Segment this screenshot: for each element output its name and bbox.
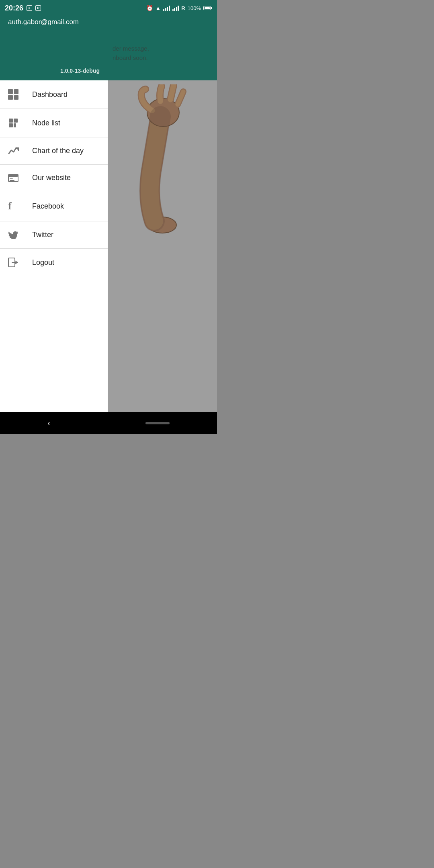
logout-icon bbox=[8, 258, 24, 267]
nav-item-twitter[interactable]: Twitter bbox=[0, 221, 108, 248]
dashboard-icon bbox=[8, 89, 24, 100]
svg-rect-4 bbox=[14, 119, 18, 123]
svg-rect-5 bbox=[14, 123, 16, 127]
status-bar: 20:26 ≡ P ⏰ ▲ R 100% bbox=[0, 0, 217, 16]
drawer-email: auth.gabor@gmail.com bbox=[8, 18, 100, 26]
notification-icon: ≡ bbox=[27, 5, 32, 11]
nav-item-node-list[interactable]: Node list bbox=[0, 109, 108, 137]
bottom-bar: ‹ bbox=[0, 412, 217, 434]
svg-rect-8 bbox=[10, 178, 13, 179]
drawer-version: 1.0.0-13-debug bbox=[8, 68, 100, 74]
alarm-icon: ⏰ bbox=[146, 5, 153, 11]
cartoon-area bbox=[108, 80, 217, 412]
nav-list: Dashboard Node list bbox=[0, 80, 108, 434]
message-line-2: nboard soon. bbox=[113, 53, 213, 63]
nav-item-our-website[interactable]: Our website bbox=[0, 165, 108, 191]
nav-item-chart-of-the-day[interactable]: Chart of the day bbox=[0, 137, 108, 164]
svg-rect-7 bbox=[8, 174, 18, 177]
right-message: der message, nboard soon. bbox=[113, 44, 213, 62]
website-icon bbox=[8, 174, 24, 182]
status-left: 20:26 ≡ P bbox=[5, 4, 41, 12]
twitter-icon bbox=[8, 230, 24, 239]
svg-rect-3 bbox=[9, 123, 13, 127]
drawer: auth.gabor@gmail.com 1.0.0-13-debug Dash… bbox=[0, 0, 108, 434]
nav-label-logout: Logout bbox=[32, 258, 54, 267]
home-pill[interactable] bbox=[145, 422, 170, 424]
r-badge: R bbox=[181, 5, 185, 11]
nav-item-facebook[interactable]: f Facebook bbox=[0, 191, 108, 221]
cartoon-illustration bbox=[118, 84, 207, 245]
svg-rect-9 bbox=[10, 180, 14, 181]
nav-label-chart-of-the-day: Chart of the day bbox=[32, 147, 84, 155]
battery-percent: 100% bbox=[188, 5, 201, 11]
svg-rect-2 bbox=[9, 119, 13, 123]
node-list-icon bbox=[8, 118, 24, 128]
nav-label-twitter: Twitter bbox=[32, 231, 53, 239]
nav-label-facebook: Facebook bbox=[32, 202, 64, 211]
status-right: ⏰ ▲ R 100% bbox=[146, 5, 213, 11]
nav-item-logout[interactable]: Logout bbox=[0, 249, 108, 276]
status-time: 20:26 bbox=[5, 4, 23, 12]
chart-icon bbox=[8, 146, 24, 155]
message-line-1: der message, bbox=[113, 44, 213, 53]
facebook-icon: f bbox=[8, 200, 24, 212]
signal-1-icon bbox=[163, 5, 170, 11]
battery-icon bbox=[203, 6, 212, 10]
signal-2-icon bbox=[172, 5, 179, 11]
nav-item-dashboard[interactable]: Dashboard bbox=[0, 80, 108, 109]
parking-icon: P bbox=[35, 5, 41, 11]
nav-label-node-list: Node list bbox=[32, 119, 60, 127]
back-button[interactable]: ‹ bbox=[47, 418, 50, 428]
nav-label-our-website: Our website bbox=[32, 174, 71, 182]
wifi-icon: ▲ bbox=[156, 5, 161, 11]
nav-label-dashboard: Dashboard bbox=[32, 90, 68, 99]
